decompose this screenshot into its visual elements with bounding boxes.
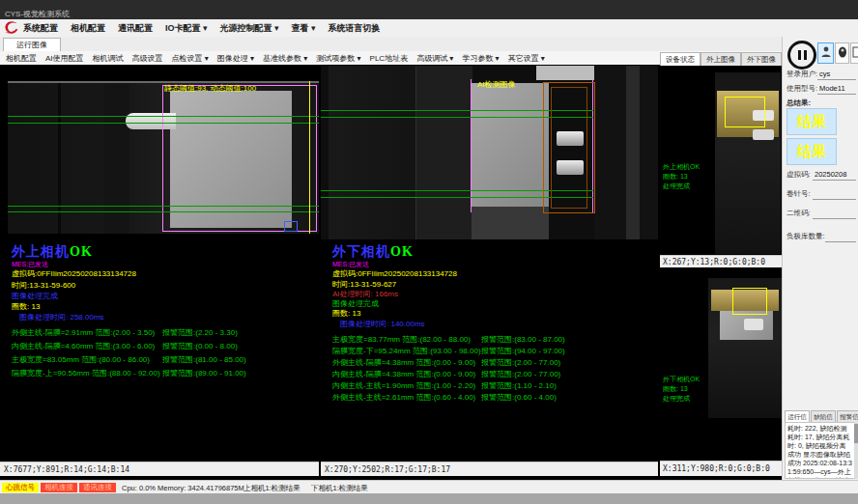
needle-no-label: 卷针号: [786,189,811,199]
logout-button[interactable] [850,42,858,64]
log-scrollbar-thumb[interactable] [854,424,858,443]
right-barcode: 虚拟码:0FFIIim20250208133134728 [332,269,457,279]
tool-other-settings[interactable]: 其它设置 ▾ [508,53,545,64]
left-barcode: 虚拟码:0FFIIim20250208133134728 [12,269,136,279]
side-view-upper[interactable]: 外上相机OK 圈数: 13 处理完成 [660,66,782,255]
side2-overlay-line: 圈数: 13 [663,384,688,394]
tab-run-image[interactable]: 运行图像 [3,38,61,51]
user-button-active[interactable] [817,42,834,64]
menu-item-system-config[interactable]: 系统配置 [23,22,58,35]
right-turn-count: 圈数: 13 [332,309,360,319]
right-measure-row: 外侧主线-隔膜=4.38mm 范围:(0.00 - 9.00) [332,358,475,368]
side-tab-status[interactable]: 设备状态 [660,52,701,67]
virtual-code-value: 20250208 [815,170,846,179]
side2-detect-box [732,288,767,315]
left-ref-line [8,116,319,117]
tool-spotcheck-settings[interactable]: 点检设置 ▾ [172,53,209,64]
window-titlebar: CYS-视觉检测系统 [0,0,858,19]
view-tab-row: 运行图像 [0,37,858,52]
tool-advanced-debug[interactable]: 高级调试 ▾ [416,53,453,64]
menu-items: 系统配置 相机配置 通讯配置 IO卡配置 ▾ 光源控制配置 ▾ 查看 ▾ 系统语… [23,19,381,37]
log-scrollbar[interactable] [854,422,858,479]
left-camera-image[interactable]: 静态阈值:93, 动态阈值:100 [8,81,319,234]
application-window: CYS-视觉检测系统 系统配置 相机配置 通讯配置 IO卡配置 ▾ 光源控制配置… [0,0,858,504]
menu-item-view[interactable]: 查看 ▾ [292,22,316,35]
tool-plc-address[interactable]: PLC地址表 [370,53,409,64]
menu-item-comm-config[interactable]: 通讯配置 [118,22,153,35]
model-value: Mode11 [819,84,845,93]
virtual-code-label: 虚拟码: [786,170,811,180]
right-alarm-range: 报警范围:(83.00 - 87.00) [481,335,565,345]
lower-camera-result-text: 下相机1:检测结果 [311,484,368,493]
result-upper-text: 结果 [797,113,826,131]
left-measure-row: 内侧主线-隔膜=4.60mm 范围:(3.00 - 6.00) [12,342,155,351]
side-tab-upper-image[interactable]: 外上图像 [701,52,741,67]
right-alarm-range: 报警范围:(94.00 - 97.00) [481,347,565,356]
window-title: CYS-视觉检测系统 [5,9,70,19]
left-camera-name: 外上相机 [12,244,70,259]
left-ref-line [8,206,319,207]
tool-advanced-settings[interactable]: 高级设置 [132,53,163,64]
stock-underline [825,241,856,242]
right-camera-name: 外下相机 [332,244,390,259]
right-bright-strip [536,66,596,80]
right-process-done: 图像处理完成 [332,299,379,309]
status-bar: 心跳信号 相机连接 通讯连接 Cpu: 0.0% Memory: 3424.41… [0,480,858,494]
side1-coords-bar: X:267;Y:13;R:0;G:0;B:0 [660,255,782,268]
left-alarm-range: 报警范围:(89.00 - 91.00) [162,369,246,378]
tool-ai-usage-config[interactable]: AI使用配置 [45,53,84,64]
side1-detect-box [725,97,765,127]
right-time: 时间:13-31-59-627 [332,280,396,290]
right-ai-time: AI处理时间: 166ms [332,290,398,299]
needle-underline [813,199,856,200]
total-result-label: 总结果: [786,98,811,108]
tool-image-processing[interactable]: 图像处理 ▾ [217,53,254,64]
left-camera-result: OK [70,244,93,259]
comm-link-badge: 通讯连接 [79,483,116,492]
side-tab-lower-image[interactable]: 外下图像 [741,52,782,67]
side2-coords-bar: X:311;Y:980;R:0;G:0;B:0 [660,461,782,476]
tool-test-params[interactable]: 测试项参数 ▾ [316,53,360,64]
menu-item-language-switch[interactable]: 系统语言切换 [329,22,381,35]
right-measure-row: 隔膜宽度-下=95.24mm 范围:(93.00 - 98.00) [332,347,481,356]
right-camera-image[interactable]: AI检测图像 [321,66,658,239]
left-alarm-range: 报警范围:(81.00 - 85.00) [162,355,246,365]
left-process-done: 图像处理完成 [12,292,58,301]
pause-button[interactable] [787,41,816,70]
model-label: 使用型号: [786,84,817,94]
menu-item-light-config[interactable]: 光源控制配置 ▾ [220,22,279,35]
run-log-area[interactable]: 耗时: 222, 缺陷检测耗时: 17, 缺陷分离耗时: 0, 缺陷视频分离成功… [785,422,855,479]
tool-camera-debug[interactable]: 相机调试 [93,53,124,64]
camera-link-badge: 相机连接 [41,483,77,492]
cpu-memory-text: Cpu: 0.0% Memory: 3424.41796875M [122,484,244,492]
logout-icon [852,44,858,62]
right-coords-bar: X:270;Y:2502;R:17;G:17;B:17 [321,462,658,476]
side1-coords-text: X:267;Y:13;R:0;G:0;B:0 [663,258,765,266]
menu-bar: 系统配置 相机配置 通讯配置 IO卡配置 ▾ 光源控制配置 ▾ 查看 ▾ 系统语… [0,19,858,38]
side-view-lower[interactable]: 外下相机OK 圈数: 13 处理完成 [660,267,782,461]
right-coords-text: X:270;Y:2502;R:17;G:17;B:17 [325,465,450,474]
tool-camera-config[interactable]: 相机配置 [6,53,37,64]
right-process-time: 图像处理时间: 140.00ms [340,320,425,329]
right-block-base [472,207,549,239]
menu-item-io-config[interactable]: IO卡配置 ▾ [165,22,208,35]
right-measure-row: 外侧主线-主线=2.61mm 范围:(0.60 - 4.00) [332,393,475,403]
left-turn-count: 圈数: 13 [12,302,40,312]
right-camera-result: OK [390,244,414,259]
menu-item-camera-config[interactable]: 相机配置 [71,22,105,35]
right-ai-roi-inner [551,87,587,209]
left-time: 时间:13-31-59-600 [12,281,75,291]
result-lower-text: 结果 [797,143,826,161]
left-ref-line [8,211,319,212]
qr-underline [813,218,856,219]
side2-overlay-line: 处理完成 [663,394,690,404]
side1-overlay-line: 处理完成 [663,182,690,191]
user-icon [821,44,831,62]
right-dark-band [626,66,640,239]
login-user-label: 登录用户: [786,70,817,79]
right-measure-row: 内侧主线-主线=1.90mm 范围:(1.00 - 2.20) [332,381,475,391]
tool-learn-params[interactable]: 学习参数 ▾ [462,53,499,64]
right-alarm-range: 报警范围:(2.00 - 77.00) [481,370,560,379]
tool-baseline-params[interactable]: 基准线参数 ▾ [263,53,307,64]
user-switch-button[interactable] [835,42,849,64]
